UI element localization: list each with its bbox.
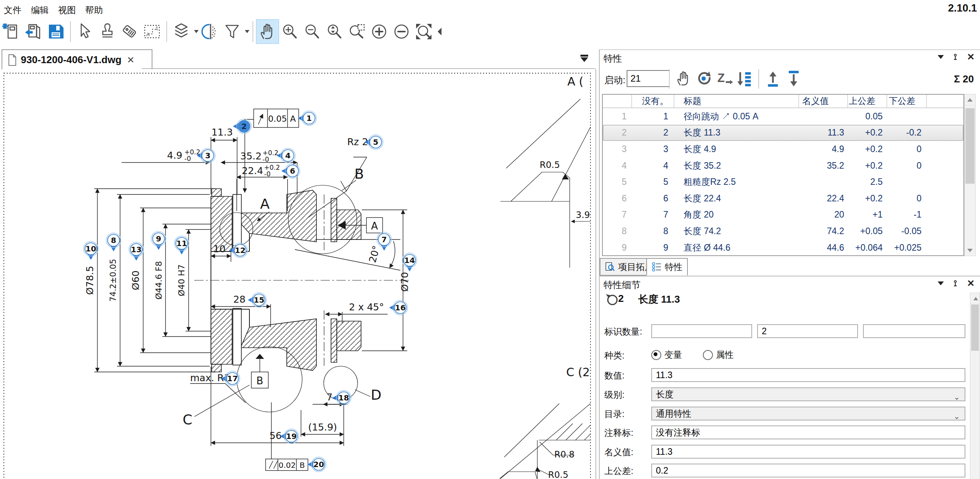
move-top-icon[interactable]	[764, 70, 783, 89]
table-row[interactable]: 88长度 74.274.2+0.05-0.05	[603, 223, 963, 240]
balloon-4[interactable]: 4	[277, 148, 295, 163]
balloon-18[interactable]: 18	[333, 390, 351, 405]
toolbar-collapse-arrow-icon[interactable]	[435, 20, 445, 44]
filter-dropdown-arrow[interactable]	[245, 30, 249, 33]
balloon-11[interactable]: 11	[174, 236, 189, 255]
zoom-window-icon[interactable]	[346, 20, 368, 44]
right-panel-column: 特性 ⟟ ✕ 启动: Z	[599, 49, 980, 479]
balloon-14[interactable]: 14	[402, 253, 417, 271]
zoom-out-icon[interactable]	[301, 20, 323, 44]
move-bottom-icon[interactable]	[785, 70, 804, 89]
id-count-row: 标识数量:	[600, 323, 969, 339]
table-scroll-thumb[interactable]	[965, 108, 975, 184]
contrast-icon[interactable]	[199, 20, 221, 44]
table-row[interactable]: 22长度 11.311.3+0.2-0.2	[603, 125, 963, 141]
pick-hand-icon[interactable]	[675, 70, 694, 89]
increase-icon[interactable]	[368, 20, 390, 44]
balloon-13[interactable]: 13	[129, 242, 144, 261]
zoom-fit-icon[interactable]	[413, 20, 435, 44]
svg-text:16: 16	[395, 303, 406, 312]
balloon-1[interactable]: 1	[298, 111, 316, 126]
tolerance-sub: -0	[263, 156, 269, 163]
tab-close-icon[interactable]: ✕	[127, 55, 135, 65]
pan-hand-icon[interactable]	[256, 20, 279, 44]
start-number-input[interactable]	[627, 70, 670, 87]
decrease-icon[interactable]	[390, 20, 413, 44]
document-icon	[8, 54, 17, 66]
partial-detail-views	[500, 99, 590, 479]
class-select[interactable]: 长度 ⌄	[651, 387, 965, 401]
filter-icon[interactable]	[221, 20, 243, 44]
svg-text:2: 2	[241, 122, 247, 131]
open-document-icon[interactable]	[22, 20, 45, 44]
tab-properties[interactable]: 特性	[646, 258, 688, 276]
id-count-input-3[interactable]	[863, 324, 965, 338]
table-row[interactable]: 44长度 35.235.2+0.20	[603, 157, 963, 174]
tag-tool-icon[interactable]	[119, 20, 141, 44]
select-cursor-icon[interactable]	[74, 20, 96, 44]
reorder-z-icon[interactable]: Z	[716, 70, 734, 89]
region-capture-icon[interactable]: 1 A	[141, 20, 163, 44]
id-count-input-2[interactable]	[757, 324, 858, 338]
table-scrollbar[interactable]	[964, 94, 976, 256]
zoom-dynamic-icon[interactable]	[323, 20, 346, 44]
menu-edit[interactable]: 编辑	[27, 3, 52, 17]
layers-dropdown-arrow[interactable]	[194, 30, 199, 33]
new-document-icon[interactable]	[0, 20, 22, 44]
balloon-16[interactable]: 16	[389, 300, 408, 315]
svg-text:15: 15	[254, 295, 264, 305]
radio-attribute[interactable]: 属性	[703, 349, 734, 361]
pane-pin-icon[interactable]: ⟟	[954, 278, 957, 288]
balloon-10[interactable]: 10	[84, 241, 98, 260]
scroll-up-icon[interactable]	[965, 94, 975, 106]
document-tab[interactable]: 930-1200-406-V1.dwg ✕	[2, 49, 152, 70]
table-row[interactable]: 11径向跳动 ↗ 0.05 A0.05	[603, 108, 963, 125]
engineering-drawing[interactable]: 0.05 A 0.02 B A B	[0, 69, 595, 479]
table-row[interactable]: 55粗糙度Rz 2.52.5	[603, 174, 963, 190]
table-row[interactable]: 33长度 4.94.9+0.20	[603, 141, 963, 157]
value-row: 数值:	[600, 367, 969, 383]
pane-close-icon[interactable]: ✕	[967, 278, 975, 289]
details-scrollbar[interactable]	[970, 293, 980, 479]
value-input[interactable]	[651, 368, 965, 382]
save-icon[interactable]	[45, 20, 67, 44]
menu-view[interactable]: 视图	[54, 3, 80, 17]
balloon-20[interactable]: 20	[308, 457, 326, 472]
table-row[interactable]: 77角度 2020+1-1	[603, 207, 963, 223]
balloon-15[interactable]: 15	[248, 293, 266, 307]
pane-pin-icon[interactable]: ⟟	[954, 52, 957, 62]
balloon-9[interactable]: 9	[151, 231, 166, 250]
zoom-in-icon[interactable]	[279, 20, 301, 44]
stamp-tool-icon[interactable]	[96, 20, 119, 44]
pane-menu-arrow-icon[interactable]	[938, 55, 944, 59]
catalog-select[interactable]: 通用特性 ⌄	[651, 407, 965, 420]
radio-attribute-label: 属性	[716, 349, 734, 361]
upper-tol-input[interactable]	[651, 464, 965, 477]
drawing-canvas[interactable]: 0.05 A 0.02 B A B	[0, 69, 596, 479]
balloon-19[interactable]: 19	[280, 429, 299, 444]
pane-menu-arrow-icon[interactable]	[938, 281, 944, 285]
selected-balloon-number: 2	[618, 293, 624, 305]
nominal-input[interactable]	[651, 445, 965, 459]
fcf-parallelism[interactable]: 0.02 B	[266, 459, 308, 471]
id-count-input-1[interactable]	[651, 324, 752, 338]
note-input[interactable]	[651, 425, 965, 439]
col-title: 标题	[674, 95, 799, 107]
balloon-8[interactable]: 8	[106, 233, 121, 251]
scroll-up-icon[interactable]	[970, 293, 980, 304]
fcf-runout[interactable]: 0.05 A	[254, 109, 299, 127]
panel-collapse-icon[interactable]	[577, 54, 591, 65]
svg-text:A: A	[146, 32, 150, 37]
sort-list-icon[interactable]	[736, 70, 754, 89]
table-row[interactable]: 66长度 22.422.4+0.20	[603, 190, 963, 207]
balloon-2[interactable]: 2	[233, 119, 251, 134]
pane-close-icon[interactable]: ✕	[967, 52, 975, 62]
table-row[interactable]: 99直径 Ø 44.644.6+0.064+0.025	[603, 240, 963, 256]
details-scroll-thumb[interactable]	[971, 305, 979, 351]
menu-file[interactable]: 文件	[0, 3, 25, 17]
radio-variable[interactable]: 变量	[651, 349, 682, 361]
menu-help[interactable]: 帮助	[81, 3, 107, 17]
layers-icon[interactable]	[170, 20, 192, 44]
scroll-down-icon[interactable]	[965, 245, 975, 256]
renumber-icon[interactable]	[695, 70, 714, 89]
